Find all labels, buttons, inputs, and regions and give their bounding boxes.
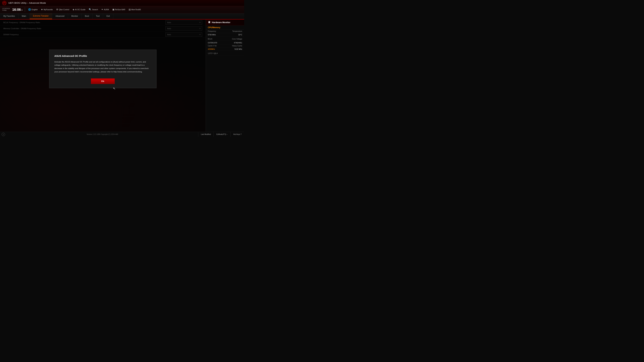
sidebar-voltage-row: 0.970/0.970 4746/4451 xyxy=(206,41,244,44)
modal-title: ASUS Advanced OC Profile xyxy=(54,54,151,57)
toolbar-aioc[interactable]: ◈ AI OC Guide xyxy=(72,8,86,11)
sidebar-key-bclk: BCLK xyxy=(208,38,212,40)
main-layout: BCLK Frequency : DRAM Frequency Ratio Au… xyxy=(0,19,244,132)
nav-tool[interactable]: Tool xyxy=(92,13,103,19)
sidebar-cache-val: 4746/4451 xyxy=(234,42,242,44)
modal-footer: Ok xyxy=(54,78,151,84)
toolbar-resizebar[interactable]: ▣ ReSize BAR xyxy=(111,8,126,11)
mouse-cursor: ↖ xyxy=(113,87,116,90)
toolbar-search[interactable]: 🔍 Search xyxy=(88,8,99,11)
nav-exit[interactable]: Exit xyxy=(103,13,113,19)
sidebar-header: 🖥 Hardware Monitor xyxy=(206,19,244,25)
nav-extremetweaker[interactable]: Extreme Tweaker xyxy=(30,13,52,19)
nav-myfavorites[interactable]: My Favorites xyxy=(0,13,18,19)
sidebar-val-freq: 5700 MHz xyxy=(208,34,216,36)
sidebar-key-cv: Core Voltage xyxy=(232,38,242,40)
time-display: 16:06 ⚙ xyxy=(12,8,23,11)
toolbar-divider xyxy=(25,7,25,12)
sidebar-row-freq: Frequency Temperature xyxy=(206,29,244,33)
star-icon: ★ xyxy=(41,8,43,11)
svg-point-2 xyxy=(4,2,5,3)
toolbar: 07/19/2024Friday 16:06 ⚙ 🌐 English ★ MyF… xyxy=(0,6,244,13)
sidebar-4200-label: 4200MHz xyxy=(208,48,215,50)
footer-left: i xyxy=(0,133,7,136)
nav-monitor[interactable]: Monitor xyxy=(68,13,82,19)
sidebar-row-bclk-cv: BCLK Core Voltage xyxy=(206,37,244,41)
title-bar-text: UEFI BIOS Utility – Advanced Mode xyxy=(8,2,46,4)
toolbar-aura[interactable]: ✦ AURA xyxy=(100,8,110,11)
datetime-display: 07/19/2024Friday xyxy=(2,8,10,11)
sidebar-voltage-l4-row: 1.072 V @L4 xyxy=(206,51,244,55)
footer: i Version 2.22.1286 Copyright (C) 2024 A… xyxy=(0,132,244,137)
globe-icon: 🌐 xyxy=(28,8,31,11)
last-modified-button[interactable]: Last Modified xyxy=(198,132,214,137)
title-bar: UEFI BIOS Utility – Advanced Mode xyxy=(0,0,244,6)
nav-main[interactable]: Main xyxy=(18,13,30,19)
sidebar-key-freq: Frequency xyxy=(208,30,216,32)
search-icon: 🔍 xyxy=(89,8,92,11)
resizebar-icon: ▣ xyxy=(112,8,114,11)
content-area: BCLK Frequency : DRAM Frequency Ratio Au… xyxy=(0,19,206,132)
aura-icon: ✦ xyxy=(101,8,103,11)
footer-right: Last Modified EzMode(F7)|→ Hot Keys ? xyxy=(198,132,244,137)
toolbar-myfavorite[interactable]: ★ MyFavorite xyxy=(40,8,54,11)
sidebar-heavy-label: Heavy Cache xyxy=(232,45,242,47)
navbar: My Favorites Main Extreme Tweaker Advanc… xyxy=(0,13,244,19)
rog-logo xyxy=(2,1,7,5)
nav-advanced[interactable]: Advanced xyxy=(52,13,68,19)
memtest-icon: ▤ xyxy=(129,8,131,11)
ezmode-button[interactable]: EzMode(F7)|→ xyxy=(214,132,230,137)
aioc-icon: ◈ xyxy=(72,8,74,11)
hotkeys-button[interactable]: Hot Keys ? xyxy=(230,132,244,137)
info-icon[interactable]: i xyxy=(2,133,5,136)
date-display: 07/19/2024Friday xyxy=(2,8,10,11)
sidebar-cachev-label: Cache V for xyxy=(208,45,217,47)
sidebar-voltage-l4: 1.072 V @L4 xyxy=(208,52,218,54)
modal-body: Activate the ASUS Advanced OC Profile an… xyxy=(54,60,151,73)
toolbar-memtest[interactable]: ▤ MemTest86 xyxy=(128,8,142,11)
sidebar-section-title: CPU/Memory xyxy=(206,25,244,29)
sidebar-key-temp: Temperature xyxy=(232,30,242,32)
sidebar-val-temp: 33°C xyxy=(238,34,242,36)
ok-button[interactable]: Ok xyxy=(91,78,114,84)
right-sidebar: 🖥 Hardware Monitor CPU/Memory Frequency … xyxy=(206,19,244,132)
modal-dialog: ASUS Advanced OC Profile Activate the AS… xyxy=(49,50,156,88)
monitor-icon: 🖥 xyxy=(208,21,210,24)
qfan-icon: ⚙ xyxy=(56,8,58,11)
toolbar-qfan[interactable]: ⚙ Qfan Control xyxy=(55,8,70,11)
settings-gear-icon[interactable]: ⚙ xyxy=(21,9,23,11)
sidebar-5132-val: 5132 MHz xyxy=(234,48,242,50)
modal-overlay: ASUS Advanced OC Profile Activate the AS… xyxy=(0,19,206,132)
footer-copyright: Version 2.22.1286 Copyright (C) 2024 AMI xyxy=(7,133,198,135)
sidebar-voltage-val: 0.970/0.970 xyxy=(208,42,217,44)
toolbar-english[interactable]: 🌐 English xyxy=(27,8,39,11)
sidebar-4200-row: 4200MHz 5132 MHz xyxy=(206,48,244,51)
sidebar-row-freq-val: 5700 MHz 33°C xyxy=(206,33,244,36)
nav-boot[interactable]: Boot xyxy=(82,13,92,19)
sidebar-cache-row: Cache V for Heavy Cache xyxy=(206,44,244,48)
